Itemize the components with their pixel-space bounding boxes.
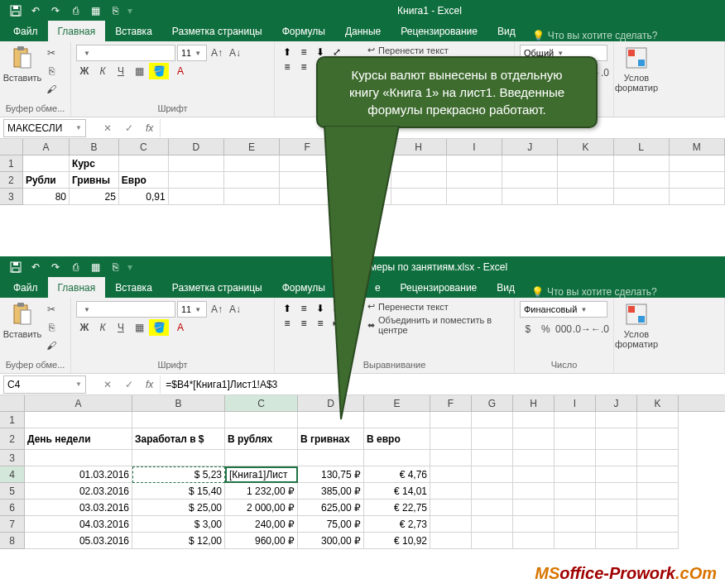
cell[interactable] <box>637 500 679 516</box>
qat-item-icon[interactable]: ▦ <box>86 258 104 276</box>
cell[interactable] <box>596 412 637 428</box>
tab-insert[interactable]: Вставка <box>105 277 162 298</box>
cell[interactable]: [Книга1]Лист <box>225 466 298 483</box>
cell[interactable]: День недели <box>25 428 132 450</box>
select-all-corner[interactable] <box>0 139 23 155</box>
accept-icon[interactable]: ✓ <box>119 375 139 394</box>
cell[interactable]: € 4,76 <box>364 466 430 483</box>
border-icon[interactable]: ▦ <box>131 63 147 79</box>
cell[interactable] <box>513 412 555 428</box>
tab-review[interactable]: Рецензирование <box>391 21 487 41</box>
cell[interactable] <box>670 172 725 189</box>
increase-decimal-icon[interactable]: .0→ <box>574 321 590 337</box>
column-header[interactable]: L <box>614 139 670 155</box>
decrease-decimal-icon[interactable]: ←.0 <box>592 321 608 337</box>
cell[interactable] <box>472 516 513 533</box>
tell-me[interactable]: 💡Что вы хотите сделать? <box>531 286 657 298</box>
cell[interactable] <box>430 450 472 466</box>
cell[interactable] <box>430 412 472 428</box>
cell[interactable] <box>430 500 472 516</box>
cell[interactable] <box>224 155 280 172</box>
tab-file[interactable]: Файл <box>3 21 48 41</box>
cell[interactable] <box>472 483 513 500</box>
cell[interactable] <box>169 172 224 189</box>
decrease-font-icon[interactable]: A↓ <box>227 301 243 318</box>
align-center-icon[interactable]: ≡ <box>296 60 311 74</box>
tab-page-layout[interactable]: Разметка страницы <box>162 277 272 298</box>
column-header[interactable]: B <box>132 395 225 411</box>
cell[interactable] <box>596 500 637 516</box>
cell[interactable] <box>169 155 224 172</box>
accept-icon[interactable]: ✓ <box>119 119 139 137</box>
column-header[interactable]: B <box>70 139 119 155</box>
cell[interactable] <box>596 533 637 549</box>
font-color-icon[interactable]: A <box>170 319 190 336</box>
cell[interactable]: $ 15,40 <box>132 483 225 500</box>
increase-font-icon[interactable]: A↑ <box>209 45 225 61</box>
cancel-icon[interactable]: ✕ <box>98 119 118 137</box>
cell[interactable] <box>614 155 670 172</box>
cell[interactable]: Гривны <box>70 172 119 189</box>
cell[interactable]: Евро <box>119 172 169 189</box>
increase-font-icon[interactable]: A↑ <box>209 301 225 318</box>
cell[interactable] <box>637 428 679 450</box>
cell[interactable] <box>558 189 613 205</box>
cell[interactable]: 01.03.2016 <box>25 466 132 483</box>
row-header[interactable]: 1 <box>0 412 25 428</box>
bold-button[interactable]: Ж <box>76 319 93 336</box>
cell[interactable]: € 14,01 <box>364 483 430 500</box>
cell[interactable] <box>502 172 558 189</box>
cell[interactable] <box>513 500 555 516</box>
cell[interactable] <box>637 450 679 466</box>
cell[interactable]: Курс <box>70 155 119 172</box>
font-name-combo[interactable]: ▼ <box>76 45 175 61</box>
number-format-combo[interactable]: Финансовый▼ <box>520 301 607 318</box>
cell[interactable]: $ 12,00 <box>132 533 225 549</box>
column-header[interactable]: J <box>502 139 558 155</box>
paste-button[interactable]: Вставить <box>5 301 40 339</box>
column-header[interactable]: H <box>513 395 555 411</box>
cell[interactable] <box>430 516 472 533</box>
redo-icon[interactable]: ↷ <box>46 258 65 276</box>
conditional-format-button[interactable]: Условформатир <box>619 45 654 93</box>
cell[interactable] <box>670 155 725 172</box>
cell[interactable] <box>364 450 430 466</box>
cell[interactable] <box>224 172 280 189</box>
cell[interactable]: В рублях <box>225 428 298 450</box>
cell[interactable]: В гривнах <box>298 428 364 450</box>
cell[interactable] <box>555 500 596 516</box>
redo-icon[interactable]: ↷ <box>46 2 65 20</box>
cell[interactable] <box>513 428 555 450</box>
cancel-icon[interactable]: ✕ <box>98 375 118 394</box>
row-header[interactable]: 3 <box>0 450 25 466</box>
cell[interactable] <box>555 412 596 428</box>
cell[interactable] <box>555 428 596 450</box>
column-header[interactable]: F <box>430 395 472 411</box>
tab-home[interactable]: Главная <box>48 277 106 298</box>
column-header[interactable]: E <box>224 139 280 155</box>
row-header[interactable]: 2 <box>0 428 25 450</box>
cell[interactable]: $ 3,00 <box>132 516 225 533</box>
cell[interactable] <box>132 450 225 466</box>
cell[interactable] <box>430 428 472 450</box>
border-icon[interactable]: ▦ <box>131 319 147 336</box>
undo-icon[interactable]: ↶ <box>26 258 45 276</box>
format-painter-icon[interactable]: 🖌 <box>43 81 60 98</box>
copy-icon[interactable]: ⎘ <box>43 319 60 336</box>
cell[interactable]: 300,00 ₽ <box>298 533 364 549</box>
cell[interactable] <box>596 483 637 500</box>
column-header[interactable]: D <box>169 139 224 155</box>
cell[interactable] <box>596 428 637 450</box>
cell[interactable]: 80 <box>23 189 70 205</box>
cell[interactable] <box>513 466 555 483</box>
cell[interactable]: 1 232,00 ₽ <box>225 483 298 500</box>
decrease-font-icon[interactable]: A↓ <box>227 45 243 61</box>
cell[interactable] <box>555 483 596 500</box>
conditional-format-button[interactable]: Условформатир <box>619 301 654 349</box>
cell[interactable]: 02.03.2016 <box>25 483 132 500</box>
cell[interactable] <box>23 155 70 172</box>
cell[interactable] <box>513 516 555 533</box>
align-left-icon[interactable]: ≡ <box>280 316 295 331</box>
align-middle-icon[interactable]: ≡ <box>296 301 311 316</box>
cut-icon[interactable]: ✂ <box>43 45 60 61</box>
